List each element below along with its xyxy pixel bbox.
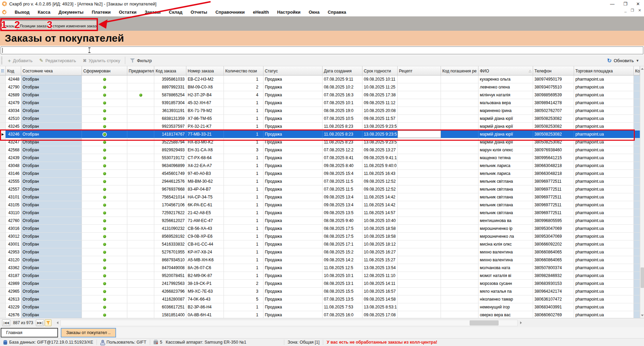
column-header-check-state[interactable]: Состояние чека [21,66,82,75]
table-row[interactable]: 42568Отобран8929929493EH-31-CA-X63Продаж… [0,146,640,154]
cell-code[interactable]: 43016 [6,225,21,232]
cell-check-state[interactable]: Отобран [21,162,82,169]
cell-qty[interactable]: 1 [224,225,263,232]
cell-platform[interactable]: pharmapoint.ua [574,288,634,295]
cell-formed[interactable] [82,280,127,287]
cell-recipe[interactable] [398,233,441,240]
cell-ko[interactable] [634,303,640,311]
hscroll-left-button[interactable] [54,320,60,326]
cell-name[interactable]: мармій діана юрії [478,130,533,138]
row-indicator[interactable] [0,115,6,122]
cell-redeem-code[interactable] [441,123,478,130]
row-indicator[interactable] [0,178,6,185]
cell-order-number[interactable]: 38-19-CK-P1 [186,280,224,287]
cell-code[interactable]: 43187 [6,272,21,279]
cell-name[interactable]: михно валентина [478,256,533,264]
cell-expiry[interactable]: 11.08.2025 14:57 [362,209,398,217]
pager-filter-button[interactable] [45,319,52,326]
cell-created[interactable]: 11.08.2025 8:23 [323,130,362,138]
menu-platezhi[interactable]: Платежи [92,10,111,15]
cell-formed[interactable] [82,91,127,99]
table-row[interactable]: 42479Отобран939185730445-32-XH-671Продаж… [0,99,640,107]
cell-qty[interactable]: 1 [224,240,263,248]
cell-redeem-code[interactable] [441,91,478,99]
cell-recipe[interactable] [398,146,441,154]
cell-code[interactable]: 42676 [6,311,21,318]
cell-redeem-code[interactable] [441,295,478,303]
cell-name[interactable]: мариненко ірина [478,107,533,114]
cell-ko[interactable] [634,178,640,185]
cell-status[interactable]: Продажа [263,311,323,318]
cell-qty[interactable]: 1 [224,193,263,201]
cell-expiry[interactable]: 09.08.2025 17:08 [362,311,398,318]
row-indicator[interactable] [0,295,6,303]
cell-order-number[interactable]: 6K-PA-EC-61 [186,201,224,209]
vertical-scroll-thumb[interactable] [641,267,644,288]
cell-ko[interactable] [634,209,640,217]
cell-preliminary[interactable] [127,295,154,303]
cell-status[interactable]: Продажа [263,280,323,287]
cell-ko[interactable] [634,295,640,303]
cell-status[interactable]: Продажа [263,225,323,232]
cell-preliminary[interactable] [127,240,154,248]
cell-ko[interactable] [634,264,640,272]
current-row-indicator[interactable]: ▶ [0,130,6,138]
cell-order-number[interactable]: M8-BM-30-62 [186,178,224,185]
cell-redeem-code[interactable] [441,154,478,162]
cell-order-number[interactable]: HX-B3-M0-K2 [186,138,224,146]
cell-preliminary[interactable] [127,138,154,146]
row-indicator[interactable] [0,162,6,169]
cell-name[interactable]: мальована вера [478,99,533,107]
cell-expiry[interactable]: 09.08.2025 11:57 [362,115,398,122]
cell-created[interactable]: 08.08.2025 17:5 [323,233,362,240]
cell-ko[interactable] [634,162,640,169]
cell-order-code[interactable]: 1418174767 [154,130,186,138]
cell-phone[interactable]: 380660864065 [533,248,574,256]
cell-preliminary[interactable] [127,303,154,311]
cell-name[interactable]: мащенко тетяна [478,154,533,162]
table-row[interactable]: 43229Отобран6036617251B2-3P-86-H41Продаж… [0,303,640,311]
table-row[interactable]: 42790Отобран8897992331BM-09-C0-X62Продаж… [0,83,640,91]
cell-name[interactable]: молчанова ната [478,264,533,272]
cell-order-number[interactable]: CB-H1-CC-44 [186,240,224,248]
cell-redeem-code[interactable] [441,185,478,193]
cell-name[interactable]: мельник світлана [478,178,533,185]
cell-ko[interactable] [634,248,640,256]
cell-code[interactable]: 42613 [6,295,21,303]
cell-preliminary[interactable] [127,248,154,256]
menu-zakazy[interactable]: Заказы [145,10,161,15]
cell-order-code[interactable]: 8897992331 [154,83,186,91]
table-row[interactable]: 43187Отобран9520078451B2-M9-0K-871Продаж… [0,272,640,280]
cell-name[interactable]: мирошниченко ла [478,233,533,240]
cell-phone[interactable]: 380969772511 [533,178,574,185]
cell-qty[interactable]: 1 [224,123,263,130]
edit-button[interactable]: ✎ Редактировать [36,56,80,65]
mdi-close-button[interactable]: ✕ [638,8,641,13]
cell-platform[interactable]: pharmapoint.ua [574,256,634,264]
cell-phone[interactable]: 380508253082 [533,123,574,130]
cell-created[interactable]: 08.08.2025 19:0 [323,107,362,114]
cell-expiry[interactable]: 13.08.2025 9:23:5 [362,138,398,146]
cell-preliminary[interactable] [127,107,154,114]
cell-check-state[interactable]: Отобран [21,303,82,311]
cell-qty[interactable]: 1 [224,138,263,146]
cell-check-state[interactable]: Отобран [21,248,82,256]
cell-name[interactable]: мармій діана юрії [478,138,533,146]
row-indicator[interactable] [0,91,6,99]
cell-recipe[interactable] [398,288,441,295]
cell-name[interactable]: мельник лариса [478,170,533,177]
cell-code[interactable]: 42689 [6,91,21,99]
table-row[interactable]: 43362Отобран84704490088A-26-07-C61Продаж… [0,264,640,272]
cell-formed[interactable] [82,146,127,154]
menu-kassa[interactable]: Касса [38,10,50,15]
cell-code[interactable]: 43101 [6,193,21,201]
cell-platform[interactable]: pharmapoint.ua [574,99,634,107]
cell-expiry[interactable]: 09.08.2025 12:52 [362,178,398,185]
cell-phone[interactable]: 380974950179 [533,75,574,83]
cell-redeem-code[interactable] [441,233,478,240]
close-button[interactable]: ✕ [636,1,640,6]
cell-check-state[interactable]: Отобран [21,288,82,295]
cell-status[interactable]: Продажа [263,162,323,169]
cell-created[interactable]: 08.08.2025 17:5 [323,225,362,232]
cell-expiry[interactable]: 09.08.2025 13:27 [362,146,398,154]
